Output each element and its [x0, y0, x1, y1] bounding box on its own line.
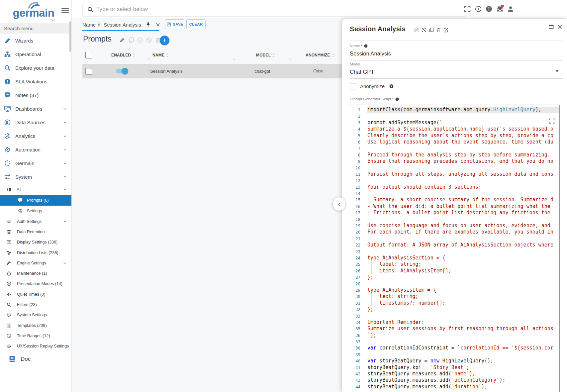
panel-title: Session Analysis	[350, 25, 406, 33]
column-header-enabled[interactable]: ENABLED	[111, 52, 136, 58]
sidebar-item-distribution-lists-236[interactable]: Distribution Lists (236)	[0, 247, 71, 258]
page-title: Prompts	[83, 35, 112, 44]
logo-row: germain ux	[0, 0, 71, 23]
sidebar-item-templates-209[interactable]: Templates (209)	[0, 320, 71, 331]
disable-icon[interactable]	[146, 37, 152, 43]
sort-icon[interactable]	[331, 53, 335, 57]
name-field[interactable]: Session Analysis	[350, 50, 391, 57]
sidebar-item-time-ranges-12[interactable]: Time Ranges (12)	[0, 331, 71, 341]
collapse-panel-button[interactable]: ‹	[333, 197, 345, 211]
model-select[interactable]: Chat GPT	[350, 69, 374, 75]
sidebar-item-system-settings[interactable]: System Settings	[0, 310, 71, 320]
delete-icon[interactable]	[436, 28, 441, 33]
edit-icon[interactable]	[119, 37, 125, 43]
script-code-editor[interactable]: 1importClass(com.germainsoftware.apm.que…	[348, 105, 560, 392]
info-icon[interactable]	[486, 6, 492, 12]
sidebar-item-presentation-modes-14[interactable]: Presentation Modes (14)	[0, 279, 71, 289]
anonymize-checkbox[interactable]	[350, 83, 356, 89]
filter-field[interactable]: Name	[82, 22, 96, 28]
select-all-checkbox[interactable]	[85, 52, 92, 58]
clear-button-label: CLEAR	[189, 22, 203, 26]
line-number: 40	[348, 358, 367, 364]
sidebar-item-ai[interactable]: AI	[0, 184, 71, 195]
sort-icon[interactable]	[166, 53, 169, 57]
sidebar-item-maintenance-1[interactable]: Maintenance (1)	[0, 268, 71, 278]
sidebar-item-sla-violations[interactable]: SLA Violations	[0, 75, 71, 88]
fullscreen-icon[interactable]	[464, 6, 471, 12]
dock-panel-icon[interactable]	[549, 24, 554, 29]
duplicate-icon[interactable]	[429, 28, 434, 33]
code-line: 35Summarize user sessions by first reaso…	[348, 326, 559, 332]
sidebar-search-input[interactable]: Search menu	[0, 23, 69, 34]
column-header-name[interactable]: NAME	[152, 52, 169, 58]
column-resize-handle[interactable]	[147, 57, 150, 61]
close-icon[interactable]	[557, 24, 562, 29]
filter-value[interactable]: Session Analysis	[104, 22, 141, 28]
sidebar-item-wizards[interactable]: Wizards	[0, 34, 71, 48]
sidebar-item-auth-settings[interactable]: Auth Settings	[0, 216, 71, 227]
global-search-input[interactable]: Type or select below	[82, 2, 466, 17]
filter-active-underline	[82, 30, 159, 31]
sidebar-item-automation[interactable]: Automation	[0, 143, 71, 156]
line-number: 16	[348, 203, 367, 210]
remove-filter-icon[interactable]	[156, 23, 160, 27]
sidebar-item-germain[interactable]: Germain	[0, 156, 71, 170]
enable-icon[interactable]	[137, 37, 143, 43]
line-number: 19	[348, 223, 367, 229]
code-line: 27};	[348, 274, 559, 280]
row-checkbox[interactable]	[85, 68, 92, 75]
sidebar-item-data-sources[interactable]: Data Sources	[0, 116, 71, 129]
sidebar-item-prompts-6[interactable]: Prompts (6)	[0, 195, 71, 206]
info-icon[interactable]	[395, 97, 399, 101]
info-icon[interactable]	[389, 84, 394, 88]
code-line: 19Use concise language and focus on user…	[348, 223, 559, 229]
save-filter-button[interactable]: SAVE	[165, 19, 185, 29]
save-icon[interactable]	[414, 28, 419, 33]
sidebar-item-analytics[interactable]: Analytics	[0, 129, 71, 143]
pin-icon[interactable]	[145, 22, 151, 27]
topbar-icons	[464, 6, 514, 12]
sidebar-item-operational[interactable]: Operational	[0, 48, 71, 61]
code-line: 1importClass(com.germainsoftware.apm.que…	[348, 107, 559, 113]
column-header-anonymize[interactable]: ANONYMIZE	[306, 52, 335, 58]
datasource-icon	[4, 119, 11, 126]
expand-editor-icon[interactable]	[549, 118, 555, 124]
sidebar-item-settings[interactable]: Settings	[0, 206, 71, 216]
sidebar-item-quiet-times-0[interactable]: Quiet Times (0)	[0, 289, 71, 299]
sidebar-item-explore-your-data[interactable]: Explore your data	[0, 61, 71, 75]
column-header-model[interactable]: MODEL	[256, 52, 275, 58]
sidebar-item-filters-23[interactable]: Filters (23)	[0, 299, 71, 310]
sidebar-item-system[interactable]: System	[0, 170, 71, 184]
sidebar-item-notes-37[interactable]: Notes (37)	[0, 88, 71, 102]
half-circle-icon	[7, 187, 11, 192]
app-window: germain ux Search menu WizardsOperationa…	[0, 0, 567, 392]
clear-filter-button[interactable]: CLEAR	[186, 19, 206, 29]
replay-icon[interactable]	[475, 6, 482, 12]
sidebar-item-doc[interactable]: Doc	[0, 352, 71, 366]
user-icon[interactable]	[507, 6, 514, 12]
column-resize-handle[interactable]	[233, 57, 236, 61]
info-icon[interactable]	[364, 44, 368, 48]
add-prompt-button[interactable]: +	[160, 36, 169, 45]
code-lines: 1importClass(com.germainsoftware.apm.que…	[348, 105, 559, 390]
sidebar-item-engine-settings[interactable]: Engine Settings	[0, 258, 71, 268]
gear-icon	[18, 209, 23, 213]
duplicate-icon[interactable]	[128, 37, 134, 43]
column-resize-handle[interactable]	[288, 57, 291, 61]
sidebar-item-data-retention[interactable]: Data Retention	[0, 227, 71, 237]
menu-toggle-icon[interactable]	[61, 8, 69, 14]
enabled-toggle[interactable]	[116, 69, 127, 73]
sidebar-item-display-settings-339[interactable]: Display Settings (339)	[0, 237, 71, 247]
code-line: 14	[348, 190, 559, 197]
sort-icon[interactable]	[132, 53, 136, 57]
filter-operator[interactable]: is	[98, 22, 101, 27]
chevron-down-icon[interactable]	[555, 70, 559, 72]
sort-icon[interactable]	[272, 53, 275, 57]
disable-icon[interactable]	[422, 28, 426, 33]
rename-icon[interactable]	[443, 28, 448, 33]
line-number: 36	[348, 332, 367, 339]
notifications-inbox-icon[interactable]	[497, 6, 503, 12]
sidebar-item-dashboards[interactable]: Dashboards	[0, 102, 71, 116]
sidebar-item-ux-session-replay-settings[interactable]: UX/Session Replay Settings	[0, 341, 71, 351]
code-line: 2	[348, 113, 559, 119]
